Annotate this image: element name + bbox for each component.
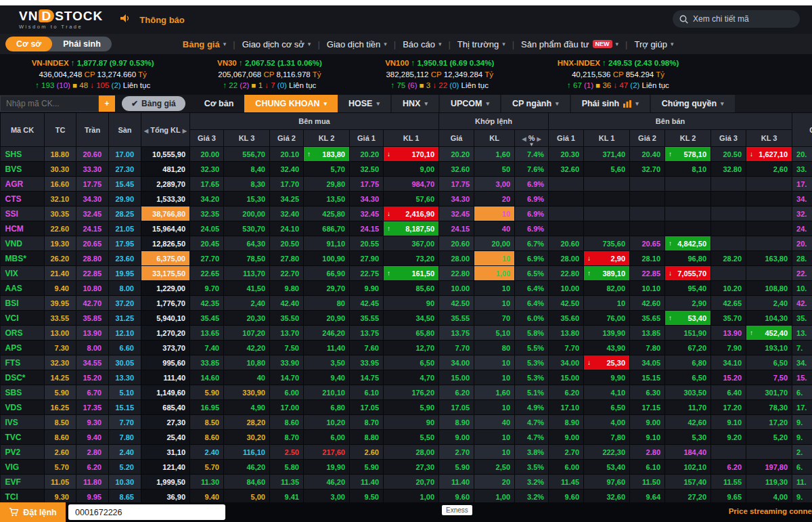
cell-match-pct[interactable]: 5.3%: [515, 355, 549, 370]
cell-match-price[interactable]: 7.70: [439, 341, 474, 355]
cell-buy-vol1[interactable]: 367,00: [384, 236, 439, 251]
market-tab-phai-sinh[interactable]: Phái sinh: [52, 37, 112, 51]
cell-high-price[interactable]: 11.: [792, 475, 812, 490]
cell-buy-price2[interactable]: 32.40: [270, 162, 304, 177]
cell-floor-price[interactable]: 15.45: [109, 177, 141, 192]
cell-symbol[interactable]: VIG: [1, 460, 45, 475]
cell-total-volume[interactable]: 31,10: [141, 445, 190, 460]
cell-sell-vol2[interactable]: [665, 177, 711, 192]
cell-total-volume[interactable]: 15,964,40: [141, 221, 190, 236]
cell-buy-vol3[interactable]: 200,00: [224, 206, 270, 221]
cell-sell-vol2[interactable]: 67,20: [665, 341, 711, 355]
cell-sell-vol1[interactable]: 76,00: [584, 311, 630, 326]
cell-sell-vol1[interactable]: 82,00: [584, 281, 630, 296]
cell-match-price[interactable]: 15.00: [439, 370, 474, 385]
cell-buy-vol3[interactable]: 10,80: [224, 355, 270, 370]
cell-match-price[interactable]: 35.55: [439, 311, 474, 326]
cell-match-price[interactable]: 42.50: [439, 296, 474, 311]
cell-buy-vol2[interactable]: 13,50: [304, 192, 350, 206]
cell-buy-price3[interactable]: 9.70: [190, 281, 224, 296]
cell-buy-price2[interactable]: 20.50: [270, 236, 304, 251]
cell-buy-price2[interactable]: 24.10: [270, 221, 304, 236]
cell-sell-price2[interactable]: 15.15: [630, 370, 665, 385]
cell-match-pct[interactable]: 5.1%: [515, 385, 549, 400]
cell-match-price[interactable]: 2.70: [439, 445, 474, 460]
cell-sell-price3[interactable]: 42.65: [711, 296, 746, 311]
cell-sell-vol1[interactable]: 735,60: [584, 236, 630, 251]
add-symbol-input[interactable]: [0, 95, 99, 112]
sort-right-icon[interactable]: ▶: [537, 136, 541, 142]
cell-ref-price[interactable]: 18.80: [45, 147, 76, 162]
cell-buy-vol2[interactable]: 9,40: [304, 370, 350, 385]
cell-total-volume[interactable]: 995,60: [141, 355, 190, 370]
cell-buy-vol2[interactable]: 246,20: [304, 326, 350, 341]
cell-ref-price[interactable]: 33.55: [45, 311, 76, 326]
cell-buy-vol3[interactable]: 28,20: [224, 415, 270, 430]
cell-sell-price1[interactable]: 9.00: [549, 430, 584, 445]
cell-buy-vol2[interactable]: 11,40: [304, 341, 350, 355]
cell-buy-vol2[interactable]: 10,20: [304, 415, 350, 430]
cell-buy-price1[interactable]: 2.60: [350, 445, 384, 460]
cell-buy-vol1[interactable]: 5,50: [384, 430, 439, 445]
cell-sell-price3[interactable]: 7.90: [711, 341, 746, 355]
cell-buy-price2[interactable]: 8.60: [270, 415, 304, 430]
cell-buy-vol1[interactable]: 12,70: [384, 341, 439, 355]
cell-match-pct[interactable]: 7.6%: [515, 162, 549, 177]
cell-sell-price2[interactable]: 20.65: [630, 236, 665, 251]
cell-match-price[interactable]: 6.20: [439, 385, 474, 400]
cell-match-pct[interactable]: 6.9%: [515, 206, 549, 221]
cell-symbol[interactable]: HCM: [1, 221, 45, 236]
cell-ceiling-price[interactable]: 8.00: [76, 341, 109, 355]
cell-buy-price3[interactable]: 8.50: [190, 415, 224, 430]
cell-high-price[interactable]: 35.: [792, 311, 812, 326]
cell-match-price[interactable]: 8.90: [439, 415, 474, 430]
cell-sell-vol3[interactable]: [746, 236, 792, 251]
cell-buy-price1[interactable]: 32.50: [350, 162, 384, 177]
cell-buy-price1[interactable]: 17.05: [350, 400, 384, 415]
cell-buy-vol2[interactable]: 80: [304, 296, 350, 311]
cell-sell-price3[interactable]: 13.90: [711, 326, 746, 341]
cell-buy-price2[interactable]: 27.80: [270, 251, 304, 266]
cell-sell-price3[interactable]: [711, 445, 746, 460]
cell-buy-price3[interactable]: 22.65: [190, 266, 224, 281]
cell-sell-price3[interactable]: 6.40: [711, 385, 746, 400]
cell-sell-vol2[interactable]: 95,40: [665, 281, 711, 296]
cell-ref-price[interactable]: 8.50: [45, 415, 76, 430]
cell-match-vol[interactable]: 20: [474, 475, 515, 490]
cell-match-vol[interactable]: 40: [474, 221, 515, 236]
cell-high-price[interactable]: 24.: [792, 221, 812, 236]
cell-buy-vol2[interactable]: 686,70: [304, 221, 350, 236]
cell-sell-price1[interactable]: 7.70: [549, 341, 584, 355]
cell-sell-vol3[interactable]: [746, 206, 792, 221]
cell-buy-vol1[interactable]: 6,50: [384, 355, 439, 370]
cell-match-pct[interactable]: 3.2%: [515, 475, 549, 490]
cell-buy-price1[interactable]: 32.45: [350, 206, 384, 221]
cell-buy-price3[interactable]: 35.45: [190, 311, 224, 326]
cell-match-price[interactable]: 34.30: [439, 192, 474, 206]
cell-buy-vol3[interactable]: 8,30: [224, 177, 270, 192]
cell-sell-price3[interactable]: [711, 177, 746, 192]
cell-floor-price[interactable]: 19.95: [109, 266, 141, 281]
cell-sell-vol1[interactable]: 139,90: [584, 326, 630, 341]
cell-sell-price2[interactable]: 35.65: [630, 311, 665, 326]
cell-sell-vol3[interactable]: 163,80: [746, 251, 792, 266]
cell-buy-price3[interactable]: 42.35: [190, 296, 224, 311]
cell-sell-vol2[interactable]: 6,50: [665, 370, 711, 385]
cell-symbol[interactable]: DSC*: [1, 370, 45, 385]
cell-ceiling-price[interactable]: 33.30: [76, 162, 109, 177]
cell-sell-vol3[interactable]: [746, 177, 792, 192]
cell-match-pct[interactable]: 5.3%: [515, 370, 549, 385]
cell-ref-price[interactable]: 26.20: [45, 251, 76, 266]
cell-buy-price3[interactable]: 14.60: [190, 370, 224, 385]
cell-match-pct[interactable]: 7.4%: [515, 147, 549, 162]
cell-floor-price[interactable]: 12.10: [109, 326, 141, 341]
cell-buy-price3[interactable]: 34.20: [190, 192, 224, 206]
cell-buy-price3[interactable]: 13.65: [190, 326, 224, 341]
tab-upcom[interactable]: UPCOM▾: [440, 95, 500, 112]
cell-match-vol[interactable]: 20,00: [474, 236, 515, 251]
cell-match-pct[interactable]: 6.0%: [515, 311, 549, 326]
cell-match-price[interactable]: 20.20: [439, 147, 474, 162]
cell-buy-vol3[interactable]: 116,10: [224, 445, 270, 460]
speaker-icon[interactable]: [120, 14, 131, 26]
cell-high-price[interactable]: 7.: [792, 341, 812, 355]
